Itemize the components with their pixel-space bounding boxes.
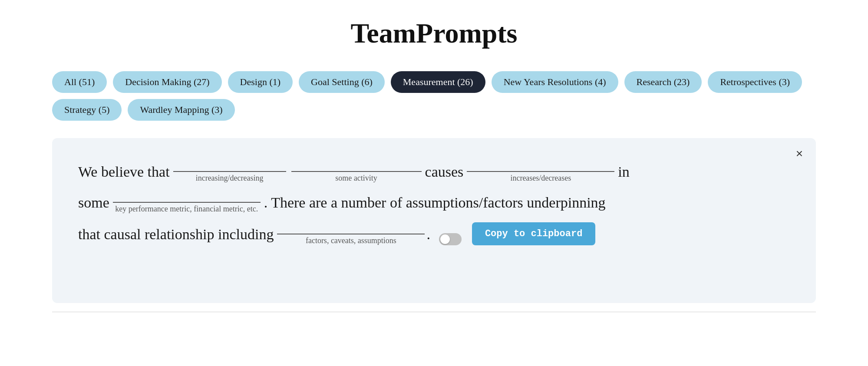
field-label-1: increasing/decreasing (196, 174, 264, 183)
toggle-switch[interactable] (439, 233, 462, 245)
toggle-thumb (440, 234, 450, 244)
close-button[interactable]: × (796, 147, 803, 161)
header: TeamPrompts (26, 0, 842, 63)
field-group-3: increases/decreases (467, 155, 614, 183)
field-label-5: factors, caveats, assumptions (306, 236, 396, 245)
tag-pill-design[interactable]: Design (1) (228, 71, 293, 93)
app-title: TeamPrompts (26, 17, 842, 49)
field-label-3: increases/decreases (510, 174, 571, 183)
field-group-4: key performance metric, financial metric… (113, 186, 261, 214)
toggle-track[interactable] (439, 233, 462, 245)
text-we-believe: We believe that (78, 165, 170, 179)
template-card: × We believe that increasing/decreasing … (52, 138, 816, 303)
text-in: in (618, 165, 629, 179)
text-causes: causes (425, 165, 464, 179)
tag-pill-all[interactable]: All (51) (52, 71, 107, 93)
field-group-2: some activity (291, 155, 422, 183)
field-line-2[interactable] (291, 155, 422, 172)
field-line-3[interactable] (467, 155, 614, 172)
text-assumptions: . There are a number of assumptions/fact… (264, 195, 606, 210)
template-row-2: some key performance metric, financial m… (78, 186, 790, 214)
field-label-2: some activity (335, 174, 377, 183)
tag-pill-strategy[interactable]: Strategy (5) (52, 99, 122, 121)
template-row-3: that causal relationship including facto… (78, 218, 790, 245)
page-wrapper: TeamPrompts All (51)Decision Making (27)… (0, 0, 868, 312)
copy-to-clipboard-button[interactable]: Copy to clipboard (472, 222, 595, 245)
field-line-5[interactable] (277, 218, 425, 234)
field-group-5: factors, caveats, assumptions (277, 218, 425, 245)
tag-pill-decision-making[interactable]: Decision Making (27) (113, 71, 221, 93)
tag-pill-research[interactable]: Research (23) (624, 71, 702, 93)
template-row-1: We believe that increasing/decreasing so… (78, 155, 790, 183)
tag-pill-retrospectives[interactable]: Retrospectives (3) (708, 71, 802, 93)
field-line-4[interactable] (113, 186, 261, 203)
tag-pill-wardley[interactable]: Wardley Mapping (3) (128, 99, 234, 121)
tag-pill-measurement[interactable]: Measurement (26) (391, 71, 485, 93)
text-causal: that causal relationship including (78, 227, 274, 242)
text-period: . (426, 227, 430, 242)
text-some: some (78, 195, 109, 210)
tag-pill-new-years[interactable]: New Years Resolutions (4) (492, 71, 618, 93)
filter-tags-container: All (51)Decision Making (27)Design (1)Go… (26, 63, 842, 134)
field-label-4: key performance metric, financial metric… (115, 204, 258, 214)
divider (52, 312, 816, 312)
field-line-1[interactable] (173, 155, 286, 172)
field-group-1: increasing/decreasing (173, 155, 286, 183)
tag-pill-goal-setting[interactable]: Goal Setting (6) (299, 71, 385, 93)
